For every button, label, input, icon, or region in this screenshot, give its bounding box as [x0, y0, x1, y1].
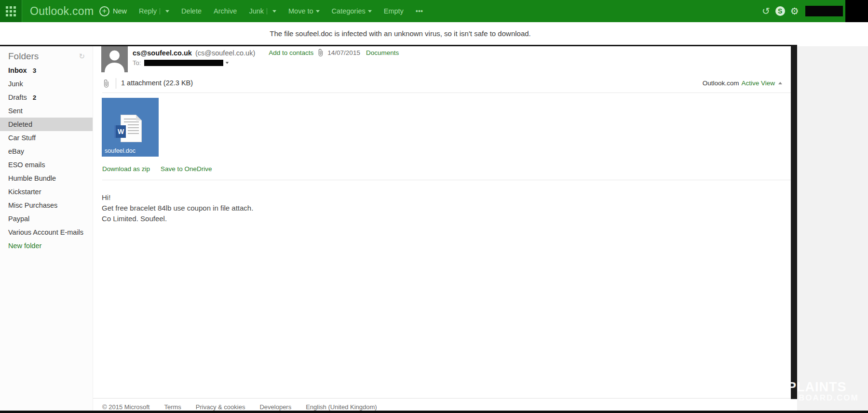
new-folder-link[interactable]: New folder — [0, 239, 93, 253]
folder-label: Junk — [8, 80, 23, 88]
toolbar-move-to-button[interactable]: Move to — [288, 7, 320, 15]
junk-label: Junk — [249, 7, 264, 15]
toolbar-empty-button[interactable]: Empty — [384, 7, 404, 15]
expand-recipients-chevron-icon[interactable] — [226, 62, 229, 64]
sidebar-item-misc-purchases[interactable]: Misc Purchases — [0, 199, 93, 212]
download-as-zip-link[interactable]: Download as zip — [102, 165, 150, 173]
toolbar-divider — [267, 8, 267, 14]
sidebar-item-inbox[interactable]: Inbox3 — [0, 64, 93, 77]
virus-warning-text: The file soufeel.doc is infected with an… — [270, 29, 531, 38]
toolbar-divider — [160, 8, 160, 14]
language-selector[interactable]: English (United Kingdom) — [306, 403, 377, 411]
sender-address-full: (cs@soufeel.co.uk) — [195, 49, 255, 57]
archive-label: Archive — [214, 7, 237, 15]
skype-icon[interactable]: S — [775, 6, 785, 16]
message-date: 14/07/2015 — [327, 49, 360, 56]
folder-label: Paypal — [8, 215, 29, 223]
plus-circle-icon: + — [99, 6, 109, 16]
topbar-right-icons: ↺ S ⚙ — [762, 0, 799, 22]
sidebar-item-deleted[interactable]: Deleted — [0, 118, 93, 131]
redacted-username[interactable] — [805, 6, 843, 16]
sidebar-item-ebay[interactable]: eBay — [0, 145, 93, 158]
chevron-down-icon — [316, 10, 320, 13]
sender-address[interactable]: cs@soufeel.co.uk — [133, 49, 192, 57]
folder-label: Sent — [8, 107, 23, 115]
terms-link[interactable]: Terms — [164, 403, 181, 411]
message-pane: cs@soufeel.co.uk (cs@soufeel.co.uk) Add … — [93, 46, 791, 411]
folders-sidebar: Folders ↻ Inbox3 Junk Drafts2 Sent Delet… — [0, 46, 93, 411]
undo-icon[interactable]: ↺ — [762, 5, 770, 17]
body-line: Co Limited. Soufeel. — [102, 213, 253, 224]
sidebar-item-eso-emails[interactable]: ESO emails — [0, 158, 93, 172]
redacted-corner-block — [845, 0, 868, 22]
developers-link[interactable]: Developers — [259, 403, 291, 411]
active-view-prefix: Outlook.com — [703, 80, 739, 87]
attachment-filename: soufeel.doc — [105, 147, 136, 154]
add-to-contacts-link[interactable]: Add to contacts — [269, 49, 313, 56]
folder-label: ESO emails — [8, 161, 45, 169]
sidebar-item-kickstarter[interactable]: Kickstarter — [0, 185, 93, 199]
ellipsis-icon: ••• — [416, 7, 423, 15]
paperclip-icon — [103, 79, 109, 90]
separator-line — [102, 93, 791, 93]
toolbar-more-button[interactable]: ••• — [416, 7, 423, 15]
save-to-onedrive-link[interactable]: Save to OneDrive — [161, 165, 212, 173]
folder-label: Drafts — [8, 93, 27, 101]
top-bar: Outlook.com + New Reply Delete Archive J… — [0, 0, 868, 22]
folder-label: eBay — [8, 147, 24, 155]
body-line: Hi! — [102, 192, 253, 203]
toolbar-delete-button[interactable]: Delete — [181, 7, 202, 15]
collapse-chevron-up-icon[interactable] — [778, 82, 782, 84]
toolbar-junk-button[interactable]: Junk — [249, 7, 276, 15]
reply-label: Reply — [139, 7, 157, 15]
sidebar-item-paypal[interactable]: Paypal — [0, 212, 93, 226]
refresh-icon[interactable]: ↻ — [79, 52, 85, 61]
app-launcher-button[interactable] — [0, 0, 22, 22]
watermark-subtext: BOARD.COM — [799, 393, 859, 403]
chevron-down-icon[interactable] — [272, 10, 276, 13]
to-label: To: — [133, 59, 141, 67]
folders-heading: Folders — [8, 51, 39, 62]
privacy-cookies-link[interactable]: Privacy & cookies — [196, 403, 245, 411]
bottom-black-strip — [0, 411, 868, 413]
folder-label: Various Account E-mails — [8, 228, 83, 236]
active-view-label: Active View — [741, 80, 775, 87]
message-body: Hi! Get free bracelet 84lb use coupon in… — [102, 192, 253, 224]
folder-label: Kickstarter — [8, 188, 41, 196]
right-gray-panel — [797, 46, 868, 411]
categories-label: Categories — [332, 7, 366, 15]
category-documents-link[interactable]: Documents — [366, 49, 399, 56]
paperclip-icon — [317, 49, 324, 57]
sidebar-item-humble-bundle[interactable]: Humble Bundle — [0, 172, 93, 185]
toolbar-archive-button[interactable]: Archive — [214, 7, 237, 15]
sidebar-item-sent[interactable]: Sent — [0, 104, 93, 118]
sidebar-item-junk[interactable]: Junk — [0, 77, 93, 91]
gear-icon[interactable]: ⚙ — [790, 5, 799, 17]
active-view-control: Outlook.com Active View — [703, 80, 782, 87]
unread-count-badge: 3 — [33, 67, 37, 74]
body-line: Get free bracelet 84lb use coupon in fil… — [102, 203, 253, 213]
sidebar-item-car-stuff[interactable]: Car Stuff — [0, 131, 93, 145]
move-to-label: Move to — [288, 7, 313, 15]
toolbar-reply-button[interactable]: Reply — [139, 7, 169, 15]
folder-label: Humble Bundle — [8, 174, 56, 182]
toolbar-categories-button[interactable]: Categories — [332, 7, 372, 15]
apps-grid-icon — [6, 6, 16, 16]
sender-avatar — [101, 46, 128, 72]
sidebar-item-various-account-emails[interactable]: Various Account E-mails — [0, 226, 93, 239]
new-button[interactable]: + New — [99, 6, 127, 16]
virus-warning-banner: The file soufeel.doc is infected with an… — [0, 22, 868, 45]
folder-label: Misc Purchases — [8, 201, 57, 209]
chevron-down-icon[interactable] — [165, 10, 169, 13]
folder-label: Car Stuff — [8, 134, 36, 142]
watermark-text: COMPLAINTS — [756, 380, 847, 395]
toolbar: + New Reply Delete Archive Junk Move to … — [99, 0, 423, 22]
new-button-label: New — [113, 7, 127, 15]
sidebar-item-drafts[interactable]: Drafts2 — [0, 91, 93, 104]
copyright-text: © 2015 Microsoft — [102, 403, 149, 411]
folder-label: Inbox — [8, 67, 27, 74]
attachment-tile[interactable]: W soufeel.doc — [102, 98, 159, 157]
separator-line — [102, 180, 791, 180]
redacted-recipient — [144, 60, 223, 66]
brand-logo[interactable]: Outlook.com — [30, 0, 94, 22]
